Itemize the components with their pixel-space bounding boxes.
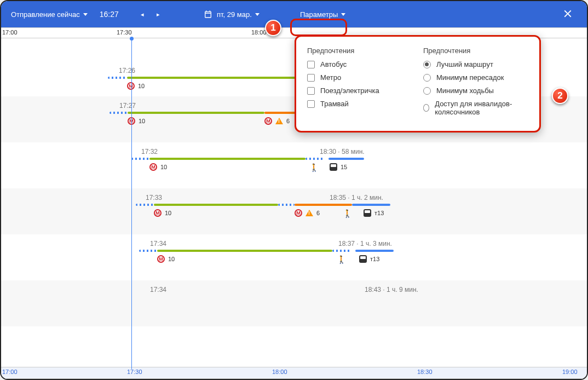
- options-dropdown-panel: Предпочтения Автобус Метро Поезд/электри…: [295, 35, 541, 133]
- walk-icon: 🚶: [337, 255, 346, 264]
- metro-icon: М: [157, 255, 165, 263]
- radio-less-walking[interactable]: Минимум ходьбы: [423, 87, 528, 95]
- metro-icon: М: [127, 82, 135, 90]
- close-button[interactable]: [562, 8, 574, 22]
- departure-mode-label: Отправление сейчас: [11, 10, 80, 19]
- checkbox-tram[interactable]: Трамвай: [307, 100, 412, 108]
- walk-icon: 🚶: [309, 163, 319, 172]
- arrival-info: 18:30 · 58 мин.: [320, 148, 365, 156]
- options-label: Параметры: [300, 10, 338, 19]
- radio-icon: [423, 104, 429, 112]
- route-row[interactable]: 17:34 18:37 · 1 ч. 3 мин. М 10 🚶 т13: [1, 234, 587, 280]
- walk-icon: 🚶: [343, 209, 352, 218]
- axis-tick: 17:00: [2, 369, 18, 375]
- departure-time: 17:32: [141, 148, 158, 156]
- bus-icon: [359, 255, 367, 263]
- route-bar: [136, 204, 415, 206]
- arrival-info: 18:37 · 1 ч. 3 мин.: [338, 240, 392, 247]
- arrival-info: 18:35 · 1 ч. 2 мин.: [330, 194, 383, 201]
- route-bar: [108, 77, 322, 79]
- current-time-marker: [131, 38, 132, 369]
- radio-icon: [423, 74, 431, 82]
- bus-line-number: т13: [374, 210, 384, 216]
- calendar-icon: [204, 10, 212, 19]
- checkbox-metro[interactable]: Метро: [307, 73, 412, 82]
- metro-line-number: 10: [139, 118, 145, 124]
- warning-icon: [275, 118, 283, 124]
- departure-mode-dropdown[interactable]: Отправление сейчас: [11, 10, 88, 19]
- metro-line-number: 6: [316, 210, 320, 216]
- metro-line-number: 10: [138, 83, 145, 89]
- top-bar: Отправление сейчас 16:27 ◂ ▸ пт, 29 мар.…: [1, 1, 587, 27]
- axis-tick: 17:30: [127, 369, 142, 375]
- preferences-heading-right: Предпочтения: [423, 47, 528, 55]
- radio-wheelchair[interactable]: Доступ для инвалидов-колясочников: [423, 100, 528, 116]
- axis-tick: 18:00: [272, 369, 287, 375]
- checkbox-icon: [307, 74, 315, 82]
- route-row[interactable]: 17:33 18:35 · 1 ч. 2 мин. М 10 М 6: [1, 188, 587, 234]
- metro-icon: М: [295, 209, 302, 217]
- time-axis-bottom: 17:00 17:30 18:00 18:30 19:00: [1, 367, 587, 379]
- metro-icon: М: [264, 117, 272, 125]
- bus-icon: [364, 209, 371, 217]
- metro-line-number: 6: [286, 118, 290, 124]
- axis-tick: 19:00: [562, 369, 578, 375]
- departure-time: 17:33: [146, 194, 162, 201]
- bus-line-number: 15: [341, 164, 347, 170]
- preferences-heading-left: Предпочтения: [307, 47, 412, 55]
- radio-fewer-transfers[interactable]: Минимум пересадок: [423, 73, 528, 82]
- warning-icon: [305, 210, 313, 216]
- route-row[interactable]: 17:32 18:30 · 58 мин. М 10 🚶 15: [1, 142, 587, 188]
- date-value: пт, 29 мар.: [217, 10, 252, 19]
- arrival-info: 18:43 · 1 ч. 9 мин.: [365, 286, 418, 293]
- checkbox-icon: [307, 100, 315, 108]
- axis-tick: 17:00: [2, 29, 18, 36]
- time-value: 16:27: [100, 10, 119, 19]
- time-stepper-arrows[interactable]: ◂ ▸: [141, 11, 165, 18]
- caret-down-icon: [255, 13, 260, 16]
- axis-tick: 18:30: [417, 369, 433, 375]
- radio-icon: [423, 87, 431, 95]
- axis-tick: 17:30: [117, 29, 132, 36]
- bus-icon: [330, 163, 337, 171]
- checkbox-bus[interactable]: Автобус: [307, 60, 412, 68]
- metro-line-number: 10: [160, 164, 167, 170]
- caret-down-icon: [83, 13, 88, 16]
- checkbox-train[interactable]: Поезд/электричка: [307, 87, 412, 95]
- route-bar: [139, 250, 418, 252]
- annotation-badge-2: 2: [552, 88, 568, 104]
- metro-line-number: 10: [168, 256, 175, 262]
- radio-icon: [423, 61, 431, 68]
- axis-tick: 18:00: [251, 29, 267, 36]
- departure-time: 17:27: [119, 102, 136, 110]
- metro-icon: М: [149, 163, 157, 171]
- time-selector[interactable]: 16:27 ◂ ▸: [100, 10, 165, 19]
- route-bar: [131, 158, 383, 160]
- checkbox-icon: [307, 87, 315, 95]
- close-icon: [562, 8, 574, 20]
- departure-time: 17:34: [150, 286, 166, 293]
- caret-down-icon: [341, 13, 345, 16]
- metro-icon: М: [154, 209, 162, 217]
- checkbox-icon: [307, 61, 315, 68]
- date-selector[interactable]: пт, 29 мар.: [204, 10, 260, 19]
- radio-best-route[interactable]: Лучший маршрут: [423, 60, 528, 68]
- departure-time: 17:34: [150, 240, 166, 247]
- options-dropdown-button[interactable]: Параметры: [300, 10, 345, 19]
- route-row[interactable]: 17:34 18:43 · 1 ч. 9 мин.: [1, 280, 587, 326]
- annotation-badge-1: 1: [265, 20, 281, 36]
- bus-line-number: т13: [370, 256, 379, 262]
- departure-time: 17:26: [119, 67, 135, 74]
- metro-line-number: 10: [165, 210, 171, 216]
